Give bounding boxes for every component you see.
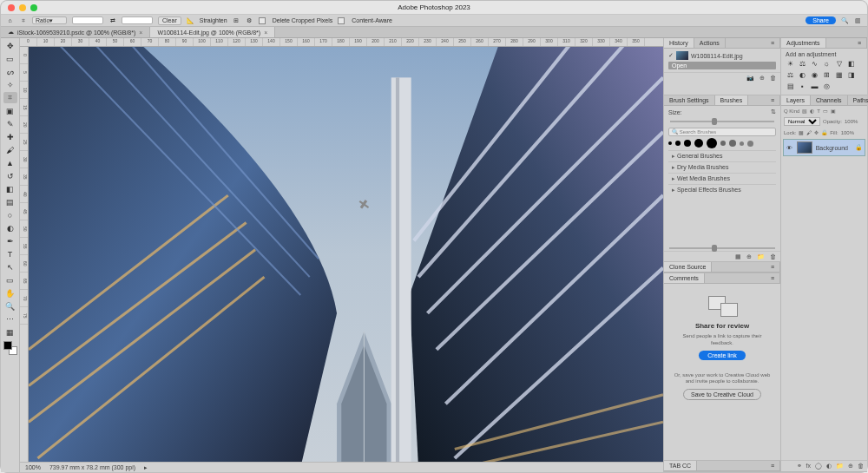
crop-tool-icon[interactable]: ⌗ bbox=[19, 16, 27, 24]
eraser-tool[interactable]: ◧ bbox=[3, 183, 17, 194]
link-layers-icon[interactable]: ⚭ bbox=[797, 463, 802, 470]
crop-width-input[interactable] bbox=[72, 16, 103, 24]
hand-tool[interactable]: ✋ bbox=[3, 287, 17, 299]
type-tool[interactable]: T bbox=[3, 248, 17, 259]
filter-pixel-icon[interactable]: ▧ bbox=[802, 108, 807, 114]
color-balance-icon[interactable]: ⚖ bbox=[786, 70, 795, 79]
clone-stamp-tool[interactable]: ▲ bbox=[3, 157, 17, 168]
toggle-live-tip-icon[interactable]: ▦ bbox=[735, 253, 741, 260]
document-canvas[interactable] bbox=[29, 47, 663, 462]
brush-size-slider[interactable] bbox=[670, 121, 774, 122]
brush-search-input[interactable]: 🔍 Search Brushes bbox=[668, 128, 776, 136]
channel-mixer-icon[interactable]: ⊞ bbox=[822, 70, 832, 79]
brush-preview-size-slider[interactable] bbox=[669, 247, 775, 249]
brush-category[interactable]: Wet Media Brushes bbox=[668, 173, 776, 184]
straighten-icon[interactable]: 📐 bbox=[187, 16, 194, 24]
curves-icon[interactable]: ∿ bbox=[810, 59, 819, 68]
move-tool[interactable]: ✥ bbox=[3, 40, 17, 51]
blend-mode-select[interactable]: Normal bbox=[784, 117, 820, 126]
levels-icon[interactable]: ⚖ bbox=[798, 59, 807, 68]
healing-brush-tool[interactable]: ✚ bbox=[3, 131, 17, 142]
new-group-icon[interactable]: 📁 bbox=[757, 253, 765, 260]
selective-color-icon[interactable]: ◎ bbox=[822, 82, 832, 90]
close-tab-icon[interactable]: × bbox=[139, 30, 142, 36]
tab-brush-settings[interactable]: Brush Settings bbox=[664, 95, 715, 105]
panel-menu-icon[interactable]: ≡ bbox=[766, 262, 780, 272]
close-tab-icon[interactable]: × bbox=[264, 30, 267, 36]
document-tab[interactable]: W1008114-Edit.jpg @ 100% (RGB/8*) × bbox=[150, 27, 275, 37]
share-button[interactable]: Share bbox=[806, 16, 836, 24]
photo-filter-icon[interactable]: ◉ bbox=[810, 70, 819, 79]
gradient-map-icon[interactable]: ▬ bbox=[810, 82, 819, 90]
color-swatch[interactable] bbox=[3, 341, 17, 355]
panel-menu-icon[interactable]: ≡ bbox=[766, 38, 780, 48]
new-snapshot-icon[interactable]: 📷 bbox=[746, 75, 754, 82]
shape-tool[interactable]: ▭ bbox=[3, 274, 17, 286]
brush-presets[interactable] bbox=[668, 136, 776, 150]
tab-brushes[interactable]: Brushes bbox=[715, 95, 749, 105]
delete-cropped-checkbox[interactable] bbox=[259, 17, 266, 24]
lock-all-icon[interactable]: 🔒 bbox=[821, 129, 827, 135]
exposure-icon[interactable]: ☼ bbox=[822, 59, 832, 68]
crop-tool[interactable]: ⌗ bbox=[3, 92, 17, 103]
document-tab[interactable]: ☁ iStock-1069539210.psdc @ 100% (RGB/8*)… bbox=[1, 27, 150, 37]
color-lookup-icon[interactable]: ▦ bbox=[834, 70, 844, 79]
invert-icon[interactable]: ◨ bbox=[846, 70, 856, 79]
brightness-icon[interactable]: ☀ bbox=[786, 59, 795, 68]
lock-position-icon[interactable]: ✥ bbox=[814, 129, 819, 135]
edit-toolbar[interactable]: ▦ bbox=[3, 326, 17, 338]
bw-icon[interactable]: ◐ bbox=[798, 70, 807, 79]
lock-transparency-icon[interactable]: ▩ bbox=[799, 129, 804, 135]
opacity-value[interactable]: 100% bbox=[845, 119, 858, 124]
panel-menu-icon[interactable]: ≡ bbox=[766, 95, 780, 105]
marquee-tool[interactable]: ▭ bbox=[3, 53, 17, 64]
delete-state-icon[interactable]: 🗑 bbox=[770, 75, 776, 81]
workspace-icon[interactable]: ▥ bbox=[854, 16, 862, 24]
crop-options-icon[interactable]: ⚙ bbox=[246, 16, 253, 24]
tab-history[interactable]: History bbox=[664, 38, 694, 48]
brush-category[interactable]: Special Effects Brushes bbox=[668, 184, 776, 195]
tab-clone-source[interactable]: Clone Source bbox=[664, 262, 712, 272]
visibility-icon[interactable]: 👁 bbox=[786, 145, 793, 151]
gradient-tool[interactable]: ▤ bbox=[3, 196, 17, 207]
panel-menu-icon[interactable]: ≡ bbox=[852, 38, 867, 48]
history-step[interactable]: Open bbox=[668, 62, 776, 69]
layer-style-icon[interactable]: fx bbox=[806, 463, 811, 470]
blur-tool[interactable]: ○ bbox=[3, 209, 17, 220]
threshold-icon[interactable]: ▪ bbox=[798, 82, 807, 90]
lasso-tool[interactable]: ᔕ bbox=[3, 66, 17, 77]
brush-category[interactable]: Dry Media Brushes bbox=[668, 161, 776, 173]
search-icon[interactable]: 🔍 bbox=[841, 16, 849, 24]
filter-type-icon[interactable]: T bbox=[817, 108, 820, 114]
tab-channels[interactable]: Channels bbox=[811, 95, 848, 105]
tab-layers[interactable]: Layers bbox=[781, 95, 811, 105]
layer-mask-icon[interactable]: ◯ bbox=[815, 463, 822, 470]
zoom-tool[interactable]: 🔍 bbox=[3, 300, 17, 312]
overlay-options-icon[interactable]: ⊞ bbox=[233, 16, 240, 24]
dodge-tool[interactable]: ◐ bbox=[3, 222, 17, 233]
new-fill-adjustment-icon[interactable]: ◐ bbox=[826, 463, 832, 470]
new-layer-icon[interactable]: ⊕ bbox=[848, 463, 853, 470]
eyedropper-tool[interactable]: ✎ bbox=[3, 118, 17, 129]
clear-button[interactable]: Clear bbox=[158, 16, 181, 25]
brush-category[interactable]: General Brushes bbox=[668, 150, 776, 161]
panel-menu-icon[interactable]: ≡ bbox=[766, 273, 780, 283]
zoom-level[interactable]: 100% bbox=[25, 464, 41, 470]
crop-height-input[interactable] bbox=[122, 16, 153, 24]
content-aware-checkbox[interactable] bbox=[338, 17, 345, 24]
tab-cc[interactable]: TAB CC bbox=[664, 461, 697, 470]
brush-flip-icon[interactable]: ⇅ bbox=[771, 108, 776, 115]
more-tool[interactable]: ⋯ bbox=[3, 313, 17, 325]
filter-shape-icon[interactable]: ▭ bbox=[823, 108, 828, 114]
new-group-icon[interactable]: 📁 bbox=[836, 463, 844, 470]
filter-adjust-icon[interactable]: ◐ bbox=[810, 108, 814, 114]
aspect-ratio-select[interactable]: Ratio ▾ bbox=[32, 16, 67, 24]
create-link-button[interactable]: Create link bbox=[699, 351, 745, 360]
panel-menu-icon[interactable]: ≡ bbox=[766, 461, 780, 470]
path-tool[interactable]: ↖ bbox=[3, 261, 17, 273]
delete-brush-icon[interactable]: 🗑 bbox=[770, 253, 776, 259]
hue-sat-icon[interactable]: ◧ bbox=[846, 59, 856, 68]
new-brush-icon[interactable]: ⊕ bbox=[746, 253, 752, 260]
vibrance-icon[interactable]: ▽ bbox=[834, 59, 844, 68]
fill-value[interactable]: 100% bbox=[841, 130, 854, 135]
